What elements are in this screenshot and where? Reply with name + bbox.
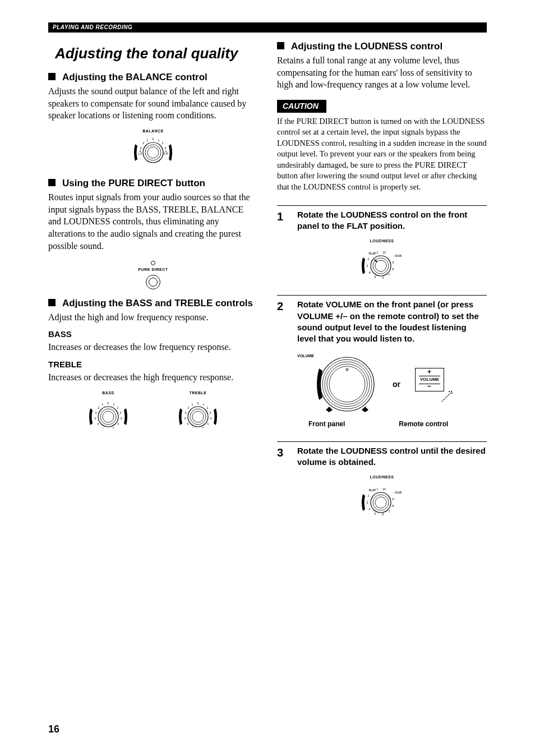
treble-knob-icon: 0 11 22 33 44 55 –+	[173, 395, 223, 434]
pure-direct-figure: PURE DIRECT	[48, 261, 258, 289]
pure-direct-body: Routes input signals from your audio sou…	[48, 191, 258, 252]
svg-text:9: 9	[393, 497, 394, 501]
svg-text:1: 1	[147, 139, 149, 142]
step-1-number: 1	[277, 209, 287, 232]
loudness-knob-label: LOUDNESS	[370, 238, 394, 243]
svg-text:FLAT: FLAT	[369, 488, 376, 492]
svg-text:5: 5	[98, 422, 99, 426]
bullet-square-icon	[48, 299, 56, 306]
bass-label: BASS	[48, 329, 258, 340]
svg-text:2: 2	[368, 494, 370, 497]
svg-text:1: 1	[158, 139, 160, 142]
bullet-square-icon	[277, 42, 284, 49]
svg-text:1: 1	[113, 403, 115, 406]
svg-text:0: 0	[153, 137, 154, 141]
svg-text:1: 1	[377, 487, 379, 491]
svg-text:4: 4	[95, 417, 96, 420]
svg-text:FLAT: FLAT	[369, 252, 376, 255]
step-2-captions: Front panel Remote control	[277, 420, 487, 428]
balance-body: Adjusts the sound output balance of the …	[48, 85, 258, 122]
svg-text:5: 5	[118, 422, 119, 426]
svg-text:2: 2	[162, 141, 164, 145]
svg-text:0: 0	[108, 402, 109, 405]
svg-text:4: 4	[165, 150, 167, 153]
svg-text:5: 5	[187, 422, 189, 426]
bass-treble-body: Adjust the high and low frequency respon…	[48, 311, 258, 324]
svg-text:5: 5	[375, 275, 376, 279]
svg-text:3: 3	[367, 264, 368, 268]
svg-text:1: 1	[102, 403, 104, 406]
svg-text:8: 8	[393, 268, 394, 271]
svg-text:3: 3	[120, 411, 122, 414]
heading-pure-direct-text: Using the PURE DIRECT button	[62, 177, 205, 190]
svg-text:+: +	[202, 426, 204, 429]
svg-text:2: 2	[188, 406, 190, 409]
page-title: Adjusting the tonal quality	[55, 44, 258, 63]
svg-text:10: 10	[382, 487, 386, 491]
svg-point-67	[346, 368, 348, 371]
svg-text:–: –	[103, 426, 104, 429]
heading-balance: Adjusting the BALANCE control	[48, 71, 258, 84]
svg-text:9: 9	[393, 261, 394, 264]
svg-text:3: 3	[210, 411, 211, 414]
remote-volume-icon: + VOLUME –	[415, 368, 454, 400]
step-3-number: 3	[277, 445, 287, 468]
svg-text:3: 3	[185, 411, 187, 414]
svg-text:7: 7	[389, 510, 390, 513]
step-2-figure: VOLUME	[277, 353, 487, 415]
heading-bass-treble: Adjusting the BASS and TREBLE controls	[48, 297, 258, 310]
treble-label: TREBLE	[48, 359, 258, 370]
svg-point-16	[103, 411, 114, 422]
caution-body: If the PURE DIRECT button is turned on w…	[277, 116, 487, 193]
balance-knob-icon: 0 L 55 R 11 22 33 44	[128, 133, 178, 169]
svg-text:+: +	[113, 426, 114, 429]
svg-text:4: 4	[369, 271, 371, 274]
or-text: or	[393, 379, 400, 390]
svg-text:4: 4	[185, 417, 186, 420]
loudness-body: Retains a full tonal range at any volume…	[277, 54, 487, 91]
treble-body: Increases or decreases the high frequenc…	[48, 371, 258, 384]
step-3: 3 Rotate the LOUDNESS control until the …	[277, 442, 487, 468]
loudness-knob-icon: FLAT –30dB 110 29 38 47 56	[354, 243, 410, 283]
bass-knob-label: BASS	[102, 390, 114, 395]
svg-text:4: 4	[210, 417, 212, 420]
svg-text:4: 4	[369, 508, 371, 511]
heading-loudness: Adjusting the LOUDNESS control	[277, 40, 487, 53]
heading-loudness-text: Adjusting the LOUDNESS control	[291, 40, 442, 53]
heading-balance-text: Adjusting the BALANCE control	[62, 71, 207, 84]
svg-text:6: 6	[382, 276, 384, 279]
step-2: 2 Rotate VOLUME on the front panel (or p…	[277, 296, 487, 344]
svg-text:5: 5	[375, 512, 376, 515]
step-1: 1 Rotate the LOUDNESS control on the fro…	[277, 206, 487, 232]
step-3-text: Rotate the LOUDNESS control until the de…	[297, 445, 487, 468]
heading-bass-treble-text: Adjusting the BASS and TREBLE controls	[62, 297, 253, 310]
svg-text:1: 1	[192, 403, 193, 406]
svg-text:1: 1	[203, 403, 205, 406]
svg-text:3: 3	[95, 411, 97, 414]
svg-text:2: 2	[143, 141, 145, 145]
svg-point-66	[329, 366, 365, 402]
pure-direct-led-icon	[151, 261, 155, 265]
step-2-number: 2	[277, 299, 287, 344]
svg-text:4: 4	[121, 417, 122, 420]
caption-remote: Remote control	[399, 420, 448, 428]
svg-text:6: 6	[382, 513, 384, 516]
svg-text:8: 8	[393, 504, 394, 508]
volume-knob-icon	[316, 353, 378, 415]
balance-knob-figure: BALANCE 0 L 55 R 11 22	[48, 128, 258, 169]
svg-text:10: 10	[382, 251, 386, 254]
loudness-knob-icon: FLAT –30dB 110 29 38 47 56	[354, 480, 410, 519]
caution-label: CAUTION	[277, 100, 326, 113]
svg-point-2	[147, 147, 159, 158]
treble-knob-label: TREBLE	[190, 390, 207, 395]
svg-point-32	[192, 411, 204, 422]
section-header-text: PLAYING AND RECORDING	[48, 24, 132, 31]
pure-direct-button-icon	[146, 275, 160, 289]
caption-front-panel: Front panel	[308, 420, 345, 428]
svg-text:2: 2	[98, 406, 100, 409]
loudness-knob-label: LOUDNESS	[370, 474, 394, 480]
svg-text:2: 2	[117, 406, 119, 409]
svg-text:–30dB: –30dB	[394, 491, 402, 494]
svg-text:0: 0	[197, 402, 199, 405]
section-header-bar: PLAYING AND RECORDING	[48, 22, 487, 33]
